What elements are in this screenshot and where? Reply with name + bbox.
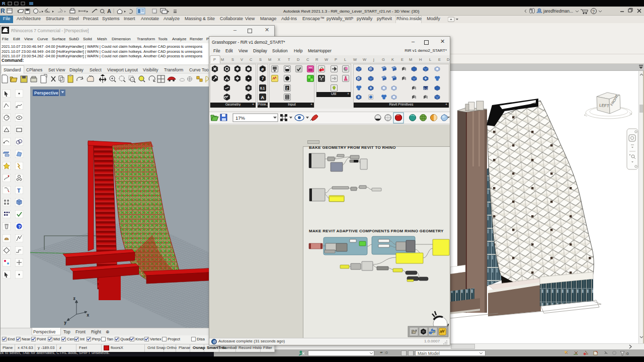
svg-text:Z: Z xyxy=(286,86,289,90)
svg-text:@: @ xyxy=(358,77,361,80)
svg-text:y: y xyxy=(64,321,66,325)
svg-text:T: T xyxy=(17,188,21,194)
svg-text:MAKE REVIT ADAPTIVE COMPONENTS: MAKE REVIT ADAPTIVE COMPONENTS FROM RHIN… xyxy=(309,229,444,233)
svg-text:LEFT: LEFT xyxy=(599,103,609,108)
svg-text:0-23: 0-23 xyxy=(424,87,429,90)
svg-text::0: :0 xyxy=(625,351,629,356)
svg-text:17%: 17% xyxy=(235,115,246,121)
svg-text:?: ? xyxy=(18,224,21,229)
svg-text:0.1: 0.1 xyxy=(260,86,265,90)
svg-text:A: A xyxy=(107,8,111,14)
svg-text:jaredfriedman...: jaredfriedman... xyxy=(543,9,573,14)
svg-text:@: @ xyxy=(370,67,373,70)
svg-text:@: @ xyxy=(213,340,216,343)
svg-text:A: A xyxy=(261,95,265,100)
svg-text:R: R xyxy=(1,8,5,15)
svg-text:z: z xyxy=(73,297,75,300)
svg-text:R: R xyxy=(2,1,6,6)
svg-text:⌀: ⌀ xyxy=(261,67,264,71)
svg-text:BAKE GEOMETRY FROM REVIT TO RH: BAKE GEOMETRY FROM REVIT TO RHINO xyxy=(309,145,396,150)
svg-text:7: 7 xyxy=(262,76,264,81)
svg-text:?: ? xyxy=(592,9,595,14)
svg-text:x: x xyxy=(87,313,89,317)
svg-text:Perspective: Perspective xyxy=(34,90,58,96)
